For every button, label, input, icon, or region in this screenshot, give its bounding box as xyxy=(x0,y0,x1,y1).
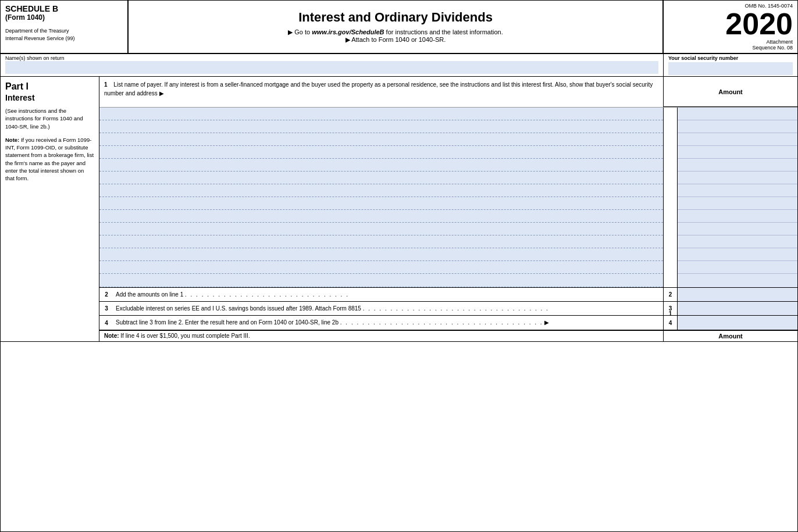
line4-row: 4 Subtract line 3 from line 2. Enter the… xyxy=(99,316,663,330)
line2-right-num: 2 xyxy=(664,288,678,301)
name-row: Name(s) shown on return Your social secu… xyxy=(1,54,797,77)
dept-line2: Internal Revenue Service (99) xyxy=(5,35,123,42)
dept-line1: Department of the Treasury xyxy=(5,27,123,35)
amount-inputs-1[interactable] xyxy=(678,108,797,287)
sequence-label: Sequence No. 08 xyxy=(668,45,793,51)
form-ref: (Form 1040) xyxy=(5,13,123,22)
inst-text2: ▶ Attach to Form 1040 or 1040-SR. xyxy=(345,36,446,43)
amount-header-label: Amount xyxy=(664,77,797,107)
line2-input[interactable] xyxy=(678,288,797,301)
bottom-note-label: Note: xyxy=(104,333,120,339)
line4-desc: Subtract line 3 from line 2. Enter the r… xyxy=(113,316,663,330)
main-content: Part I Interest (See instructions and th… xyxy=(1,77,797,342)
line1-marker-area: 1 xyxy=(664,108,797,287)
sidebar-note: Note: If you received a Form 1099-INT, F… xyxy=(5,136,94,183)
amount-header-cell: Amount xyxy=(664,77,797,107)
line4-right-row: 4 xyxy=(664,316,797,330)
bottom-note-row: Note: If line 4 is over $1,500, you must… xyxy=(99,330,797,341)
part1-label: Part I xyxy=(5,81,94,92)
form-header: SCHEDULE B (Form 1040) Department of the… xyxy=(1,1,797,54)
line1-num-label: 1 xyxy=(669,310,672,317)
line2-row: 2 Add the amounts on line 1 . . . . . . … xyxy=(99,288,663,302)
center-right-area: 1 List name of payer. If any interest is… xyxy=(99,77,797,341)
ssn-cell: Your social security number xyxy=(664,54,797,76)
dots3: . . . . . . . . . . . . . . . . . . . . … xyxy=(363,305,549,312)
part1-sidebar: Part I Interest (See instructions and th… xyxy=(1,77,99,341)
header-center: Interest and Ordinary Dividends ▶ Go to … xyxy=(129,1,664,53)
header-instructions: ▶ Go to www.irs.gov/ScheduleB for instru… xyxy=(288,28,503,44)
line3-row: 3 Excludable interest on series EE and I… xyxy=(99,302,663,316)
lines234-area: 2 Add the amounts on line 1 . . . . . . … xyxy=(99,287,797,330)
line3-right-row: 3 xyxy=(664,302,797,316)
bottom-note-cell: Note: If line 4 is over $1,500, you must… xyxy=(99,331,664,341)
line1-marker-num: 1 xyxy=(664,108,678,287)
name-input[interactable] xyxy=(5,61,658,74)
note-label: Note: xyxy=(5,137,21,143)
ssn-input[interactable] xyxy=(668,62,793,75)
line2-right-row: 2 xyxy=(664,288,797,302)
part1-sublabel: Interest xyxy=(5,93,94,102)
header-left: SCHEDULE B (Form 1040) Department of the… xyxy=(1,1,129,53)
dots2: . . . . . . . . . . . . . . . . . . . . … xyxy=(185,291,349,298)
lines234-center: 2 Add the amounts on line 1 . . . . . . … xyxy=(99,288,664,330)
lines234-right: 2 3 4 xyxy=(664,288,797,330)
line2-desc: Add the amounts on line 1 . . . . . . . … xyxy=(113,288,663,301)
header-right: OMB No. 1545-0074 2020 Attachment Sequen… xyxy=(664,1,797,53)
year-display: 2020 xyxy=(668,9,793,39)
line1-number: 1 xyxy=(104,81,108,88)
line4-input[interactable] xyxy=(678,316,797,330)
dept-info: Department of the Treasury Internal Reve… xyxy=(5,27,123,42)
name-label-cell: Name(s) shown on return xyxy=(1,54,664,76)
attachment-label: Attachment xyxy=(668,39,793,45)
payer-input-rows xyxy=(99,108,664,287)
bottom-amount-label: Amount xyxy=(664,331,797,341)
attachment-info: Attachment Sequence No. 08 xyxy=(668,39,793,51)
input-row-1[interactable] xyxy=(99,108,663,287)
line1-input-area: 1 xyxy=(99,108,797,287)
line1-description: List name of payer. If any interest is f… xyxy=(104,81,653,97)
line1-desc-cell: 1 List name of payer. If any interest is… xyxy=(99,77,664,107)
schedule-title: SCHEDULE B xyxy=(5,4,123,13)
bottom-note-text: If line 4 is over $1,500, you must compl… xyxy=(120,333,250,339)
dots4: . . . . . . . . . . . . . . . . . . . . … xyxy=(340,319,543,326)
amount-input-col: 1 xyxy=(664,108,797,287)
sidebar-instructions: (See instructions and the instructions f… xyxy=(5,107,94,130)
name-label: Name(s) shown on return xyxy=(5,55,658,61)
line4-num: 4 xyxy=(99,316,113,330)
line4-right-num: 4 xyxy=(664,316,678,330)
line3-desc: Excludable interest on series EE and I U… xyxy=(113,302,663,315)
line3-input[interactable] xyxy=(678,302,797,315)
tax-form-page: SCHEDULE B (Form 1040) Department of the… xyxy=(0,0,798,532)
ssn-label: Your social security number xyxy=(668,55,793,61)
line2-num: 2 xyxy=(99,288,113,301)
note-text: If you received a Form 1099-INT, Form 10… xyxy=(5,137,94,181)
inst-text1: ▶ Go to www.irs.gov/ScheduleB for instru… xyxy=(288,28,503,35)
line3-num: 3 xyxy=(99,302,113,315)
year-2020: 2020 xyxy=(725,9,793,39)
main-title: Interest and Ordinary Dividends xyxy=(298,10,493,25)
line1-header-row: 1 List name of payer. If any interest is… xyxy=(99,77,797,108)
